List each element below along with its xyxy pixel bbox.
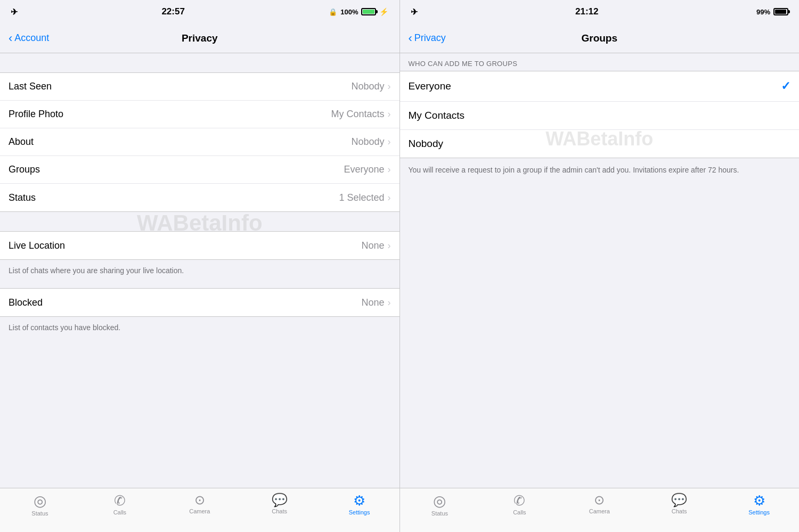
profile-photo-row[interactable]: Profile Photo My Contacts › [0,101,399,128]
option-everyone-label: Everyone [409,80,781,92]
blocked-value: None [361,297,384,308]
about-row[interactable]: About Nobody › [0,128,399,156]
who-can-add-header: WHO CAN ADD ME TO GROUPS [400,53,800,71]
left-tab-camera-icon: ⊙ [194,494,205,506]
blocked-info: List of contacts you have blocked. [0,317,399,335]
airplane-icon: ✈ [11,7,18,17]
left-status-bar: ✈ 22:57 🔒 100% ⚡ [0,0,399,23]
battery-fill-right [775,10,786,14]
battery-icon-right [773,8,788,15]
left-tab-settings-label: Settings [349,509,370,515]
live-location-label: Live Location [9,240,361,251]
right-tab-calls[interactable]: ✆ Calls [479,493,559,515]
right-nav-title: Groups [472,32,727,44]
status-value: 1 Selected [339,192,384,203]
left-content: Last Seen Nobody › Profile Photo My Cont… [0,53,399,488]
left-status-left: ✈ [11,7,18,17]
right-tab-status[interactable]: ◎ Status [400,493,480,517]
left-tab-status[interactable]: ◎ Status [0,493,80,517]
battery-percent-left: 100% [340,8,358,16]
battery-body-left [361,8,376,15]
right-tab-settings-icon: ⚙ [753,494,765,508]
left-back-label: Account [14,32,49,44]
left-panel: ✈ 22:57 🔒 100% ⚡ ‹ Account Privacy [0,0,399,532]
right-back-chevron-icon: ‹ [409,32,412,44]
status-label: Status [9,192,339,203]
about-label: About [9,136,351,148]
right-empty-area [400,182,800,363]
live-location-info: List of chats where you are sharing your… [0,260,399,284]
right-time: 21:12 [575,6,598,17]
last-seen-label: Last Seen [9,81,351,92]
bottom-pad [0,335,399,346]
right-tab-settings-label: Settings [748,509,770,515]
option-my-contacts-row[interactable]: My Contacts [400,102,800,130]
left-tab-status-label: Status [31,510,48,517]
last-seen-row[interactable]: Last Seen Nobody › [0,73,399,101]
right-nav-bar: ‹ Privacy Groups [400,23,800,53]
groups-row[interactable]: Groups Everyone › [0,156,399,184]
about-chevron: › [388,136,391,148]
blocked-label: Blocked [9,297,361,308]
left-tab-camera-label: Camera [189,508,210,514]
left-status-right: 🔒 100% ⚡ [329,7,388,16]
status-row[interactable]: Status 1 Selected › [0,184,399,211]
right-tab-camera-label: Camera [589,508,610,514]
right-tab-camera-icon: ⊙ [594,494,605,506]
right-back-button[interactable]: ‹ Privacy [409,32,472,44]
left-tab-settings[interactable]: ⚙ Settings [320,493,399,515]
left-tab-bar: ◎ Status ✆ Calls ⊙ Camera 💬 Chats ⚙ Sett… [0,488,399,532]
right-tab-calls-icon: ✆ [513,494,525,508]
right-status-left: ✈ [411,7,418,17]
groups-label: Groups [9,164,344,175]
battery-body-right [773,8,788,15]
left-mid-spacer [0,212,399,231]
left-back-button[interactable]: ‹ Account [9,32,72,44]
right-back-label: Privacy [414,32,446,44]
lightning-icon: ⚡ [379,7,388,16]
groups-info-box: You will receive a request to join a gro… [400,158,800,182]
right-status-bar: ✈ 21:12 99% [400,0,800,23]
left-back-chevron-icon: ‹ [9,32,12,44]
left-time: 22:57 [161,6,184,17]
right-tab-status-label: Status [431,510,448,517]
groups-value: Everyone [344,164,384,175]
right-options-group: Everyone ✓ My Contacts Nobody [400,71,800,158]
left-top-spacer [0,53,399,72]
right-tab-calls-label: Calls [513,509,526,515]
right-panel: ✈ 21:12 99% ‹ Privacy Groups WHO CAN ADD… [400,0,800,532]
right-tab-bar: ◎ Status ✆ Calls ⊙ Camera 💬 Chats ⚙ Sett… [400,488,800,532]
left-nav-bar: ‹ Account Privacy [0,23,399,53]
last-seen-chevron: › [388,81,391,92]
last-seen-value: Nobody [351,81,384,92]
live-location-chevron: › [388,240,391,251]
left-tab-status-icon: ◎ [34,494,46,509]
right-status-right: 99% [756,8,788,16]
left-tab-settings-icon: ⚙ [353,494,365,508]
right-tab-settings[interactable]: ⚙ Settings [719,493,799,515]
right-tab-camera[interactable]: ⊙ Camera [559,493,639,514]
left-privacy-group: Last Seen Nobody › Profile Photo My Cont… [0,72,399,212]
right-tab-chats[interactable]: 💬 Chats [639,493,719,514]
right-tab-chats-icon: 💬 [671,494,687,506]
left-tab-calls-label: Calls [113,509,126,515]
right-battery-percent: 99% [756,8,770,16]
option-nobody-row[interactable]: Nobody [400,130,800,158]
live-location-row[interactable]: Live Location None › [0,232,399,259]
about-value: Nobody [351,136,384,148]
profile-photo-value: My Contacts [331,109,384,120]
left-small-spacer [0,284,399,288]
left-tab-chats[interactable]: 💬 Chats [240,493,320,514]
left-blocked-group: Blocked None › [0,288,399,317]
left-tab-chats-label: Chats [272,508,287,514]
option-my-contacts-label: My Contacts [409,110,791,121]
lock-icon: 🔒 [329,8,337,16]
blocked-chevron: › [388,297,391,308]
left-tab-calls[interactable]: ✆ Calls [80,493,160,515]
option-everyone-row[interactable]: Everyone ✓ [400,71,800,102]
left-tab-camera[interactable]: ⊙ Camera [160,493,240,514]
blocked-row[interactable]: Blocked None › [0,289,399,316]
left-live-location-group: Live Location None › [0,231,399,260]
right-airplane-icon: ✈ [411,7,418,17]
right-tab-status-icon: ◎ [433,494,446,509]
